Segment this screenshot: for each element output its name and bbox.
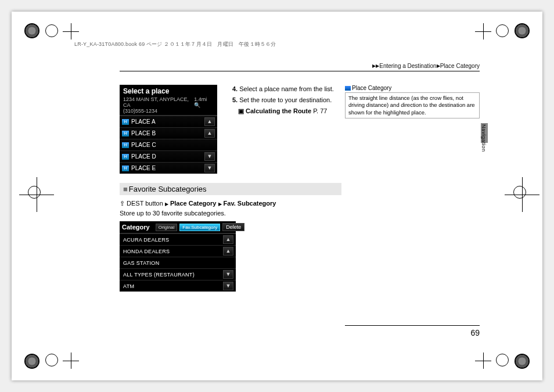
- screen-address: 1234 MAIN ST, ANYPLACE, CA (310)555-1234…: [120, 96, 217, 116]
- scroll-up-icon: ▲: [223, 247, 233, 256]
- breadcrumb: ▶▶Entering a Destination▶Place Category: [372, 63, 480, 69]
- reg-mark: [513, 186, 526, 199]
- reg-mark: [28, 186, 41, 199]
- info-box: Place Category The straight line distanc…: [345, 85, 480, 118]
- link-icon: ▣: [238, 107, 244, 114]
- sidebar-column: Place Category The straight line distanc…: [345, 85, 480, 118]
- scroll-down-icon: ▼: [223, 270, 233, 279]
- tab-fav-subcategory: Fav.Subcategory: [179, 224, 220, 231]
- list-item: ACURA DEALERS▲: [120, 233, 236, 245]
- list-item: HPLACE C: [120, 139, 217, 150]
- book-stamp: LR-Y_KA-31T0A800.book 69 ページ ２０１１年７月４日 月…: [74, 41, 276, 48]
- poi-icon: H: [122, 131, 129, 136]
- reg-mark: [496, 354, 509, 366]
- step-5: 5. Set the route to your destination.: [232, 96, 337, 105]
- info-box-title: Place Category: [345, 85, 480, 92]
- tab-original: Original: [156, 224, 178, 231]
- scroll-top-icon: ▲: [204, 117, 215, 126]
- dest-icon: ⇪: [120, 200, 125, 207]
- cross-reference: ▣ Calculating the Route P. 77: [238, 107, 337, 116]
- scroll-top-icon: ▲: [223, 235, 233, 244]
- scroll-down-icon: ▼: [204, 152, 215, 161]
- reg-mark: [515, 354, 530, 369]
- description: Store up to 30 favorite subcategories.: [120, 210, 329, 217]
- scroll-bottom-icon: ▼: [204, 164, 215, 172]
- list-item: ATM▼: [120, 280, 236, 292]
- list-item: HPLACE A▲: [120, 116, 217, 127]
- scroll-bottom-icon: ▼: [223, 282, 233, 290]
- category-screenshot: Category Original Fav.Subcategory Delete…: [120, 221, 236, 292]
- list-item: HPLACE E▼: [120, 162, 217, 174]
- info-icon: [345, 86, 351, 91]
- reg-mark: [496, 24, 509, 37]
- delete-button: Delete: [222, 223, 244, 231]
- poi-icon: H: [122, 142, 129, 148]
- scroll-up-icon: ▲: [204, 129, 215, 138]
- list-item: HONDA DEALERS▲: [120, 245, 236, 257]
- poi-icon: H: [122, 119, 129, 125]
- reg-mark: [515, 23, 530, 38]
- screen-title: Select a place: [120, 85, 217, 96]
- section-label: Navigation: [481, 124, 487, 152]
- poi-icon: H: [122, 154, 129, 160]
- page-number: 69: [470, 328, 480, 337]
- step-4: 4. Select a place name from the list.: [232, 85, 337, 93]
- page: LR-Y_KA-31T0A800.book 69 ページ ２０１１年７月４日 月…: [12, 12, 542, 380]
- rule: [120, 71, 480, 71]
- rule: [345, 325, 480, 326]
- section-heading: ■Favorite Subcategories: [120, 183, 341, 195]
- poi-icon: H: [122, 166, 129, 171]
- list-item: HPLACE B▲: [120, 127, 217, 139]
- list-item: GAS STATION: [120, 257, 236, 268]
- select-place-screenshot: Select a place 1234 MAIN ST, ANYPLACE, C…: [120, 85, 217, 174]
- reg-mark: [45, 24, 58, 37]
- reg-mark: [24, 354, 39, 369]
- reg-mark: [475, 23, 491, 39]
- reg-mark: [475, 353, 491, 369]
- list-item: HPLACE D▼: [120, 150, 217, 162]
- info-box-body: The straight line distance (as the crow …: [345, 92, 480, 118]
- list-item: ALL TYPES (RESTAURANT)▼: [120, 268, 236, 280]
- reg-mark: [24, 23, 39, 38]
- screen-header: Category Original Fav.Subcategory Delete: [120, 221, 236, 233]
- reg-mark: [63, 353, 79, 369]
- reg-mark: [45, 354, 58, 366]
- reg-mark: [63, 23, 79, 39]
- steps-column: 4. Select a place name from the list. 5.…: [232, 85, 337, 118]
- nav-path: ⇪ DEST button ▶ Place Category ▶ Fav. Su…: [120, 200, 329, 207]
